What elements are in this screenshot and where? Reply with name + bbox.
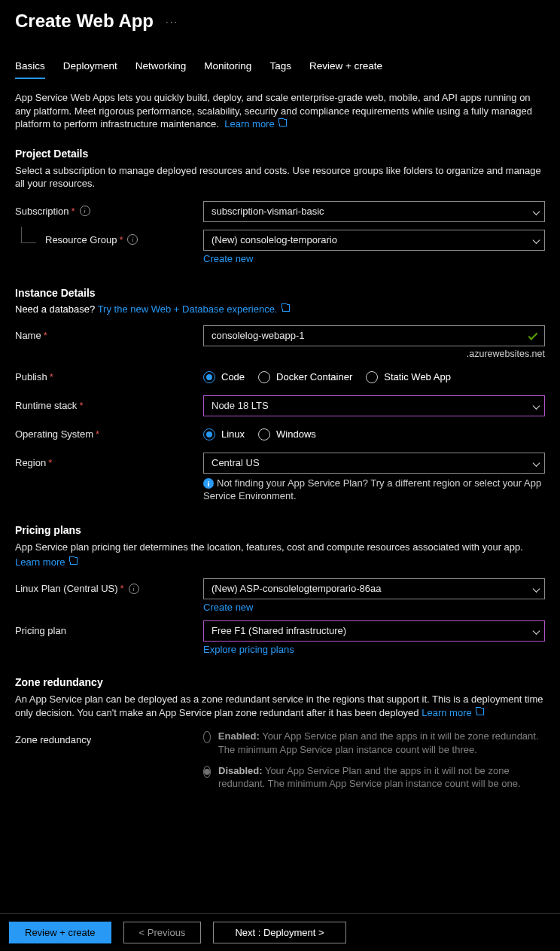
- os-radio-windows[interactable]: Windows: [258, 428, 316, 440]
- previous-button[interactable]: < Previous: [123, 922, 202, 943]
- pricing-desc: App Service plan pricing tier determines…: [15, 541, 545, 554]
- section-pricing-plans: Pricing plans: [15, 524, 545, 536]
- intro-learn-more-link[interactable]: Learn more: [224, 118, 287, 130]
- info-icon[interactable]: i: [127, 234, 138, 245]
- create-new-rg-link[interactable]: Create new: [203, 253, 545, 264]
- section-instance-details: Instance Details: [15, 287, 545, 299]
- zone-radio-disabled: Disabled: Your App Service Plan and the …: [203, 764, 545, 791]
- external-link-icon: [282, 304, 290, 312]
- os-radio-linux[interactable]: Linux: [203, 428, 245, 440]
- info-badge-icon: i: [203, 478, 214, 489]
- tab-tags[interactable]: Tags: [269, 60, 291, 79]
- runtime-stack-select[interactable]: Node 18 LTS: [203, 395, 545, 416]
- tab-networking[interactable]: Networking: [135, 60, 187, 79]
- region-label: Region*: [15, 453, 203, 468]
- pricing-plan-label: Pricing plan: [15, 620, 203, 636]
- zone-desc: An App Service plan can be deployed as a…: [15, 693, 545, 719]
- pricing-plan-select[interactable]: Free F1 (Shared infrastructure): [203, 620, 545, 642]
- wizard-footer: Review + create < Previous Next : Deploy…: [0, 913, 560, 951]
- review-create-button[interactable]: Review + create: [9, 922, 111, 943]
- region-note: iNot finding your App Service Plan? Try …: [203, 477, 545, 503]
- external-link-icon: [70, 557, 78, 565]
- pricing-learn-more-link[interactable]: Learn more: [15, 556, 78, 568]
- try-web-database-link[interactable]: Try the new Web + Database experience.: [98, 303, 290, 315]
- name-label: Name*: [15, 325, 203, 341]
- zone-redundancy-label: Zone redundancy: [15, 730, 203, 745]
- external-link-icon: [476, 708, 484, 715]
- database-prompt: Need a database? Try the new Web + Datab…: [15, 303, 545, 315]
- create-new-plan-link[interactable]: Create new: [203, 602, 545, 613]
- runtime-stack-label: Runtime stack*: [15, 395, 203, 411]
- resource-group-label: Resource Group* i: [45, 230, 138, 245]
- info-icon[interactable]: i: [129, 584, 139, 594]
- linux-plan-select[interactable]: (New) ASP-consolelogtemporario-86aa: [203, 578, 545, 599]
- page-title: Create Web App: [15, 11, 154, 32]
- tab-monitoring[interactable]: Monitoring: [204, 60, 251, 79]
- intro-text: App Service Web Apps lets you quickly bu…: [15, 91, 545, 131]
- os-label: Operating System*: [15, 424, 203, 440]
- publish-radio-static[interactable]: Static Web App: [366, 371, 451, 383]
- more-menu-icon[interactable]: ···: [166, 16, 178, 27]
- info-icon[interactable]: i: [80, 206, 90, 216]
- next-button[interactable]: Next : Deployment >: [213, 922, 345, 943]
- wizard-tabs: Basics Deployment Networking Monitoring …: [0, 38, 560, 79]
- publish-radio-docker[interactable]: Docker Container: [258, 371, 352, 383]
- subscription-label: Subscription* i: [15, 201, 203, 217]
- os-radio-group: Linux Windows: [203, 424, 545, 445]
- subscription-select[interactable]: subscription-vismari-basic: [203, 201, 545, 222]
- tab-deployment[interactable]: Deployment: [63, 60, 117, 79]
- tab-basics[interactable]: Basics: [15, 60, 45, 79]
- publish-radio-code[interactable]: Code: [203, 371, 245, 383]
- name-input[interactable]: consolelog-webapp-1: [203, 325, 545, 346]
- zone-learn-more-link[interactable]: Learn more: [422, 707, 484, 718]
- publish-radio-group: Code Docker Container Static Web App: [203, 367, 545, 388]
- project-details-desc: Select a subscription to manage deployed…: [15, 164, 545, 191]
- section-zone-redundancy: Zone redundancy: [15, 676, 545, 688]
- section-project-details: Project Details: [15, 148, 545, 160]
- linux-plan-label: Linux Plan (Central US)* i: [15, 578, 203, 594]
- zone-radio-enabled: Enabled: Your App Service plan and the a…: [203, 730, 545, 756]
- publish-label: Publish*: [15, 367, 203, 383]
- resource-group-select[interactable]: (New) consolelog-temporario: [203, 230, 545, 251]
- explore-pricing-link[interactable]: Explore pricing plans: [203, 644, 545, 655]
- external-link-icon: [279, 119, 287, 126]
- tree-indent-icon: [21, 227, 36, 243]
- region-select[interactable]: Central US: [203, 453, 545, 474]
- tab-review-create[interactable]: Review + create: [309, 60, 382, 79]
- domain-suffix: .azurewebsites.net: [203, 349, 545, 359]
